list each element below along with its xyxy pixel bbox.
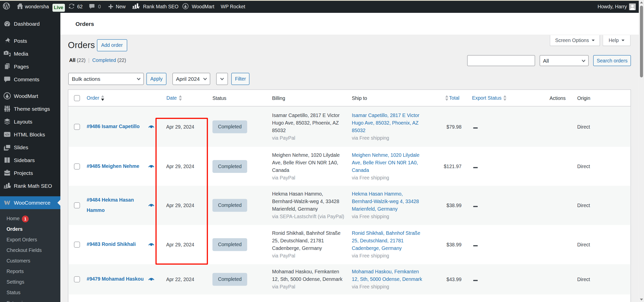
svg-text:</>: </>: [5, 133, 9, 136]
